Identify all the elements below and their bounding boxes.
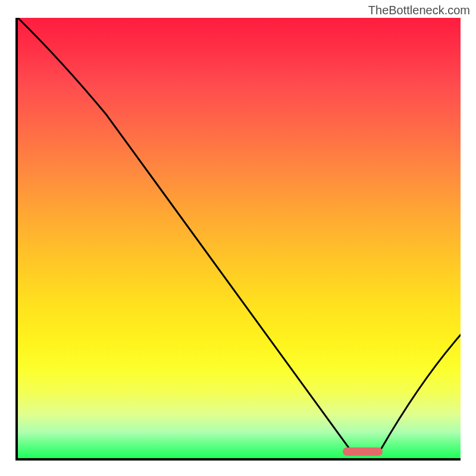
plot-area — [15, 18, 461, 461]
chart-svg — [18, 18, 461, 458]
chart-container: TheBottleneck.com — [0, 0, 476, 476]
optimal-marker — [343, 447, 383, 456]
curve-line — [18, 18, 461, 449]
watermark-text: TheBottleneck.com — [368, 4, 470, 17]
